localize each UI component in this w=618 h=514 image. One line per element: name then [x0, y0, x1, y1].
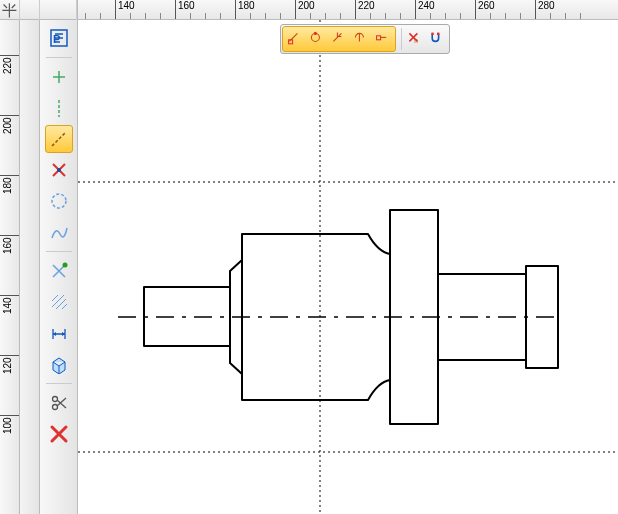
vertical-ruler[interactable]: 220200180160140120100: [0, 20, 20, 514]
ruler-v-tick: 200: [0, 115, 19, 116]
circle-tool[interactable]: [45, 187, 73, 215]
cut-tool[interactable]: [45, 389, 73, 417]
snap-off[interactable]: n: [404, 28, 426, 50]
delete-point-tool[interactable]: [45, 156, 73, 184]
ruler-h-tick: 260: [475, 0, 495, 19]
svg-rect-19: [377, 36, 381, 40]
ruler-h-tick: 220: [355, 0, 375, 19]
snap-endpoint[interactable]: [284, 28, 306, 50]
toolbar-divider: [46, 251, 72, 252]
svg-point-3: [52, 194, 66, 208]
ruler-h-tick: 180: [235, 0, 255, 19]
gray-gutter: [20, 20, 40, 514]
svg-point-18: [314, 32, 317, 35]
snap-intersection[interactable]: [328, 28, 350, 50]
delete-tool[interactable]: [45, 420, 73, 448]
toolbar-divider: [46, 383, 72, 384]
axis-line-tool[interactable]: [45, 125, 73, 153]
ruler-h-tick: 160: [175, 0, 195, 19]
toolbar-separator: [401, 28, 402, 50]
ruler-v-tick: 140: [0, 295, 19, 296]
snap-perpendicular[interactable]: [350, 28, 372, 50]
svg-point-4: [62, 263, 67, 268]
snap-midpoint[interactable]: [306, 28, 328, 50]
canvas-svg: [78, 20, 618, 514]
vertical-line-tool[interactable]: [45, 94, 73, 122]
snap-toolbar: n: [280, 24, 450, 54]
horizontal-ruler[interactable]: 120140160180200220240260280: [78, 0, 618, 20]
svg-point-6: [52, 405, 57, 410]
ruler-h-tick: 140: [115, 0, 135, 19]
trim-tool[interactable]: [45, 257, 73, 285]
ruler-v-tick: 180: [0, 175, 19, 176]
dimension-tool[interactable]: [45, 319, 73, 347]
ruler-h-tick: 240: [415, 0, 435, 19]
drawing-canvas[interactable]: n: [78, 20, 618, 514]
svg-text:n: n: [414, 37, 418, 44]
svg-rect-22: [437, 33, 439, 35]
svg-point-2: [57, 168, 61, 172]
toolbar-divider: [46, 57, 72, 58]
corner-spacer-2: [40, 0, 78, 20]
ruler-h-tick: 200: [295, 0, 315, 19]
hatch-tool[interactable]: [45, 288, 73, 316]
3d-box-tool[interactable]: [45, 350, 73, 378]
origin-marker[interactable]: [0, 0, 20, 20]
ruler-v-tick: 220: [0, 55, 19, 56]
svg-text:P: P: [53, 33, 60, 45]
vertical-toolbar: P: [40, 20, 78, 514]
svg-point-5: [52, 397, 57, 402]
ruler-corner: [0, 0, 78, 20]
ruler-v-tick: 120: [0, 355, 19, 356]
snap-magnet[interactable]: [426, 28, 448, 50]
ruler-h-tick: 280: [535, 0, 555, 19]
spline-tool[interactable]: [45, 218, 73, 246]
paragraph-tool[interactable]: P: [45, 24, 73, 52]
ruler-v-tick: 100: [0, 415, 19, 416]
ruler-v-tick: 160: [0, 235, 19, 236]
corner-spacer-1: [20, 0, 40, 20]
svg-rect-21: [431, 33, 433, 35]
point-tool[interactable]: [45, 63, 73, 91]
snap-tangent[interactable]: [372, 28, 394, 50]
